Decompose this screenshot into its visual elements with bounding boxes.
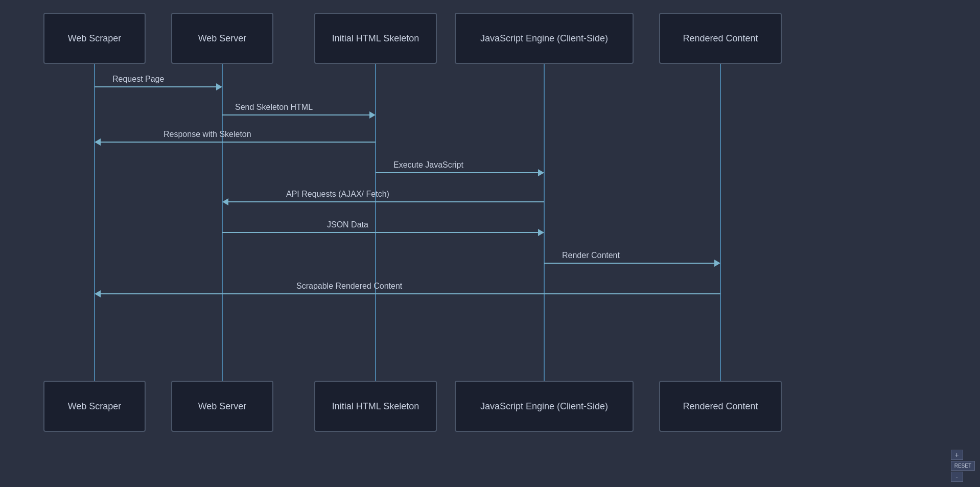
actor-js-engine-bottom: JavaScript Engine (Client-Side) bbox=[455, 381, 634, 432]
actor-web-server-bottom: Web Server bbox=[171, 381, 273, 432]
arrowhead-msg8 bbox=[95, 290, 101, 297]
zoom-out-button[interactable]: - bbox=[951, 472, 963, 482]
label-msg3: Response with Skeleton bbox=[164, 130, 251, 138]
label-msg7: Render Content bbox=[562, 251, 620, 260]
actor-rendered-content-top: Rendered Content bbox=[659, 13, 782, 64]
actor-rendered-content-bottom: Rendered Content bbox=[659, 381, 782, 432]
actor-label: Web Scraper bbox=[68, 33, 122, 44]
actor-html-skeleton-top: Initial HTML Skeleton bbox=[314, 13, 437, 64]
actor-label: Web Server bbox=[198, 33, 247, 44]
label-msg6: JSON Data bbox=[327, 220, 368, 229]
arrowhead-msg7 bbox=[714, 260, 720, 267]
actor-web-scraper-top: Web Scraper bbox=[43, 13, 146, 64]
actor-html-skeleton-bottom: Initial HTML Skeleton bbox=[314, 381, 437, 432]
actor-label: Rendered Content bbox=[683, 401, 758, 412]
label-msg1: Request Page bbox=[112, 75, 165, 83]
actor-label: JavaScript Engine (Client-Side) bbox=[480, 33, 608, 44]
zoom-in-button[interactable]: + bbox=[951, 450, 963, 460]
actor-label: Initial HTML Skeleton bbox=[332, 33, 419, 44]
actor-web-scraper-bottom: Web Scraper bbox=[43, 381, 146, 432]
arrowhead-msg3 bbox=[95, 138, 101, 146]
actor-label: JavaScript Engine (Client-Side) bbox=[480, 401, 608, 412]
label-msg4: Execute JavaScript bbox=[393, 160, 464, 169]
arrowhead-msg1 bbox=[216, 83, 222, 90]
label-msg5: API Requests (AJAX/ Fetch) bbox=[286, 190, 389, 198]
diagram-container: Request Page Send Skeleton HTML Response… bbox=[0, 0, 980, 487]
actor-label: Rendered Content bbox=[683, 33, 758, 44]
arrowhead-msg5 bbox=[222, 198, 228, 205]
arrowhead-msg4 bbox=[538, 169, 544, 176]
label-msg8: Scrapable Rendered Content bbox=[296, 282, 403, 290]
label-msg2: Send Skeleton HTML bbox=[235, 103, 313, 111]
actor-label: Initial HTML Skeleton bbox=[332, 401, 419, 412]
arrowhead-msg2 bbox=[369, 111, 376, 119]
actor-web-server-top: Web Server bbox=[171, 13, 273, 64]
actor-label: Web Server bbox=[198, 401, 247, 412]
arrowhead-msg6 bbox=[538, 229, 544, 236]
actor-label: Web Scraper bbox=[68, 401, 122, 412]
controls-area: + RESET - bbox=[951, 450, 975, 482]
reset-button[interactable]: RESET bbox=[951, 461, 975, 471]
actor-js-engine-top: JavaScript Engine (Client-Side) bbox=[455, 13, 634, 64]
